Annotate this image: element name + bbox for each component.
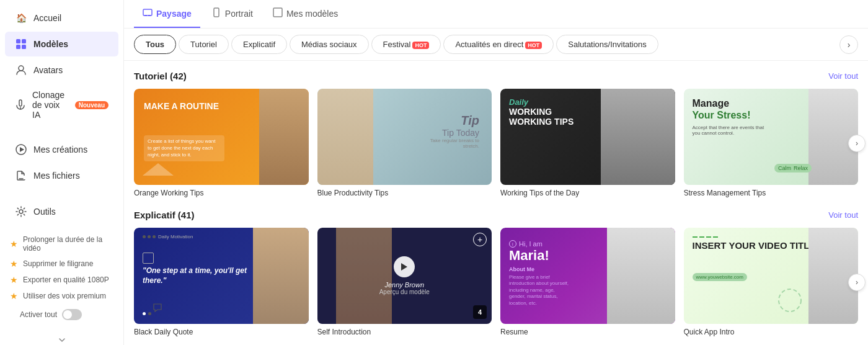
blue-person <box>317 89 373 185</box>
tab-portrait[interactable]: Portrait <box>203 0 262 28</box>
tutoriel-voir-tout[interactable]: Voir tout <box>828 71 858 81</box>
intro-num-badge: 4 <box>473 305 487 319</box>
upsell-item-2: ★ Exporter en qualité 1080P <box>10 272 113 288</box>
svg-rect-5 <box>19 100 22 106</box>
orange-person <box>259 89 309 185</box>
template-orange-working[interactable]: MAKE A ROUTINE Create a list of things y… <box>134 89 309 197</box>
your-stress-text: Your Stress! <box>693 110 751 120</box>
app-text-overlay: INSERT YOUR VIDEO TITLE. www.youwebsite.… <box>693 236 818 281</box>
upsell-item-3: ★ Utiliser des voix premium <box>10 288 113 304</box>
filter-festival[interactable]: FestivalHOT <box>371 35 441 54</box>
sidebar-item-modeles[interactable]: Modèles <box>5 32 118 56</box>
star-icon-0: ★ <box>10 239 18 249</box>
template-name-blue: Blue Productivity Tips <box>317 189 492 197</box>
template-name-app: Quick App Intro <box>684 328 859 336</box>
template-resume[interactable]: i Hi, I am Maria! About Me Please give a… <box>500 228 675 336</box>
tab-mes-modeles-label: Mes modèles <box>286 9 338 19</box>
template-name-dark: Working Tips of the Day <box>500 189 675 197</box>
resume-text-overlay: i Hi, I am Maria! About Me Please give a… <box>509 240 571 307</box>
navy-text-area: "One step at a time, you'll get there." <box>143 253 259 285</box>
sidebar-label-mes-fichiers: Mes fichiers <box>33 171 80 181</box>
tips-text: Working Tips <box>509 117 574 127</box>
tab-mes-modeles[interactable]: Mes modèles <box>264 0 347 28</box>
today-text: Tip Today <box>417 128 479 138</box>
svg-rect-14 <box>214 8 219 17</box>
orange-text-overlay: MAKE A ROUTINE <box>144 101 219 112</box>
sidebar-item-clonage[interactable]: Clonage de voix IA Nouveau <box>5 84 118 126</box>
explicatif-title: Explicatif (41) <box>134 210 195 220</box>
template-working-tips-day[interactable]: Daily Working Working Tips Working Tips … <box>500 89 675 197</box>
template-name-green: Stress Management Tips <box>684 189 859 197</box>
sidebar-item-mes-fichiers[interactable]: Mes fichiers <box>5 163 118 188</box>
url-badge: www.youwebsite.com <box>693 273 747 281</box>
sidebar-chevron-down[interactable] <box>0 333 123 345</box>
svg-rect-0 <box>16 39 20 43</box>
jenny-name: Jenny Brown <box>384 281 424 289</box>
avatars-icon <box>15 64 27 76</box>
svg-point-10 <box>19 210 23 213</box>
stress-subtext: Accept that there are events that you ca… <box>693 125 767 136</box>
activate-row: Activer tout <box>10 304 113 325</box>
sidebar-label-mes-creations: Mes créations <box>33 145 87 155</box>
svg-point-4 <box>19 66 24 71</box>
filter-medias[interactable]: Médias sociaux <box>290 35 369 54</box>
explicatif-voir-tout[interactable]: Voir tout <box>828 210 858 220</box>
apercu-text: Aperçu du modèle <box>379 289 430 295</box>
thumb-orange-working: MAKE A ROUTINE Create a list of things y… <box>134 89 309 185</box>
thumb-intro: Jenny Brown Aperçu du modèle + 4 <box>317 228 492 324</box>
blue-text-overlay: Tip Tip Today Take regular breaks to str… <box>417 114 479 149</box>
sidebar-item-outils[interactable]: Outils <box>5 199 118 224</box>
template-black-daily[interactable]: Daily Motivation "One step at a time, yo… <box>134 228 309 336</box>
filter-salutations[interactable]: Salutations/Invitations <box>556 35 658 54</box>
daily-motivation-label: Daily Motivation <box>158 234 193 240</box>
navy-bottom <box>143 312 151 315</box>
tab-portrait-label: Portrait <box>225 9 253 19</box>
template-blue-productivity[interactable]: Tip Tip Today Take regular breaks to str… <box>317 89 492 197</box>
festival-hot-badge: HOT <box>412 42 429 49</box>
svg-marker-8 <box>20 147 24 152</box>
thumb-app: INSERT YOUR VIDEO TITLE. www.youwebsite.… <box>684 228 859 324</box>
play-button <box>394 256 415 277</box>
tabs-bar: Paysage Portrait Mes modèles <box>124 0 868 29</box>
explicatif-grid: Daily Motivation "One step at a time, yo… <box>134 228 858 336</box>
tab-paysage[interactable]: Paysage <box>134 0 200 28</box>
tutoriel-title: Tutoriel (42) <box>134 71 187 81</box>
template-quick-app[interactable]: INSERT YOUR VIDEO TITLE. www.youwebsite.… <box>684 228 859 336</box>
sidebar-label-clonage: Clonage de voix IA <box>32 90 69 120</box>
quote-text: "One step at a time, you'll get there." <box>143 266 259 285</box>
sidebar-item-accueil[interactable]: 🏠 Accueil <box>5 6 118 30</box>
filter-tutoriel[interactable]: Tutoriel <box>179 35 229 54</box>
blue-subtext: Take regular breaks to stretch. <box>417 138 479 149</box>
intro-plus-btn[interactable]: + <box>473 233 487 246</box>
navy-chat-icon <box>153 303 162 315</box>
files-icon <box>15 169 27 182</box>
main-content: Paysage Portrait Mes modèles Tous Tutori… <box>124 0 868 345</box>
filter-actualites[interactable]: Actualités en directHOT <box>443 35 554 54</box>
app-circle-deco <box>777 288 802 315</box>
filter-explicatif[interactable]: Explicatif <box>231 35 287 54</box>
creations-icon <box>15 143 27 156</box>
explicatif-next-arrow[interactable]: › <box>848 274 866 291</box>
tab-paysage-label: Paysage <box>156 9 192 19</box>
manage-text: Manage Your Stress! <box>693 97 767 121</box>
sidebar-item-mes-creations[interactable]: Mes créations <box>5 137 118 162</box>
thumb-navy: Daily Motivation "One step at a time, yo… <box>134 228 309 324</box>
svg-rect-12 <box>144 15 147 16</box>
thumb-resume: i Hi, I am Maria! About Me Please give a… <box>500 228 675 324</box>
filter-next-arrow[interactable]: › <box>839 35 858 54</box>
tutoriel-next-arrow[interactable]: › <box>848 135 866 152</box>
filter-tous[interactable]: Tous <box>134 35 176 54</box>
template-self-intro[interactable]: Jenny Brown Aperçu du modèle + 4 Self In… <box>317 228 492 336</box>
svg-rect-1 <box>22 39 26 43</box>
template-stress-management[interactable]: Manage Your Stress! Accept that there ar… <box>684 89 859 197</box>
svg-marker-17 <box>401 263 407 271</box>
sidebar-item-avatars[interactable]: Avatars <box>5 58 118 83</box>
hi-label: i Hi, I am <box>509 240 571 248</box>
intro-overlay: Jenny Brown Aperçu du modèle <box>317 228 492 324</box>
activate-toggle[interactable] <box>62 309 82 320</box>
models-icon <box>15 38 27 50</box>
navy-icon-box <box>143 253 154 264</box>
tutoriel-grid: MAKE A ROUTINE Create a list of things y… <box>134 89 858 197</box>
thumb-green: Manage Your Stress! Accept that there ar… <box>684 89 859 185</box>
thumb-blue: Tip Tip Today Take regular breaks to str… <box>317 89 492 185</box>
